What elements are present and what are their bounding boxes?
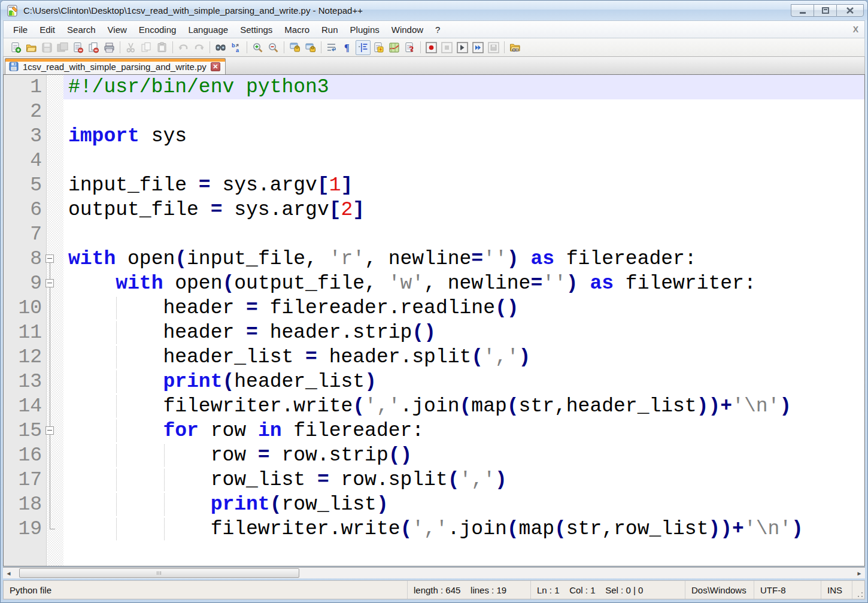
code-line-2[interactable]: 2 <box>4 99 864 124</box>
indent-guide-line <box>116 518 117 540</box>
code-line-3[interactable]: 3import sys <box>4 124 864 149</box>
scrollbar-track[interactable] <box>14 568 854 578</box>
code-area[interactable]: 1#!/usr/bin/env python323import sys45inp… <box>4 75 864 566</box>
code-line-4[interactable]: 4 <box>4 149 864 173</box>
code-line-6[interactable]: 6output_file = sys.argv[2] <box>4 198 864 222</box>
code-line-text: import sys <box>63 124 864 149</box>
line-number: 13 <box>4 371 42 393</box>
menu-item-edit[interactable]: Edit <box>34 22 61 37</box>
titlebar: C:\Users\Clinton\Desktop\1csv_read_with_… <box>1 1 867 20</box>
maximize-button[interactable] <box>814 4 836 17</box>
fold-marker-start[interactable] <box>42 247 63 271</box>
show-all-characters-icon[interactable]: ¶ <box>340 40 355 55</box>
tab-active-file[interactable]: 1csv_read_with_simple_parsing_and_write.… <box>5 58 226 74</box>
close-all-icon[interactable] <box>86 40 101 55</box>
menu-item-macro[interactable]: Macro <box>278 22 315 37</box>
line-number: 4 <box>4 150 42 172</box>
indent-guide-line <box>116 444 117 466</box>
code-line-text <box>63 99 864 124</box>
save-icon <box>40 40 54 55</box>
scroll-left-arrow-icon[interactable]: ◄ <box>3 568 14 578</box>
indent-guide-line <box>164 444 165 466</box>
code-line-8[interactable]: 8with open(input_file, 'r', newline='') … <box>4 247 864 271</box>
toolbar-separator <box>210 41 210 53</box>
menu-item-[interactable]: ? <box>429 22 446 37</box>
code-line-16[interactable]: 16 row = row.strip() <box>4 443 864 468</box>
menu-item-file[interactable]: File <box>7 22 34 37</box>
open-containing-folder-icon[interactable] <box>508 40 523 55</box>
code-line-14[interactable]: 14 filewriter.write(','.join(map(str,hea… <box>4 394 864 419</box>
macro-record-icon[interactable] <box>424 40 439 55</box>
code-line-18[interactable]: 18 print(row_list) <box>4 492 864 517</box>
code-line-7[interactable]: 7 <box>4 222 864 247</box>
tab-close-icon[interactable]: ✕ <box>211 62 220 71</box>
menu-item-language[interactable]: Language <box>182 22 234 37</box>
menubar-close-icon[interactable]: X <box>853 25 858 34</box>
status-insert-mode[interactable]: INS <box>821 581 852 599</box>
code-line-17[interactable]: 17 row_list = row.split(',') <box>4 468 864 492</box>
macro-play-icon[interactable] <box>455 40 470 55</box>
code-line-1[interactable]: 1#!/usr/bin/env python3 <box>4 75 864 99</box>
line-number: 3 <box>4 125 42 147</box>
menu-item-encoding[interactable]: Encoding <box>133 22 183 37</box>
fold-marker-box[interactable] <box>42 271 63 296</box>
indent-guide-line <box>116 297 117 319</box>
close-file-icon[interactable] <box>71 40 86 55</box>
fold-marker-line <box>42 394 63 419</box>
tab-label: 1csv_read_with_simple_parsing_and_write.… <box>23 62 207 72</box>
code-line-5[interactable]: 5input_file = sys.argv[1] <box>4 173 864 198</box>
line-number: 5 <box>4 174 42 196</box>
sync-vertical-icon[interactable] <box>287 40 302 55</box>
new-file-icon[interactable] <box>8 40 23 55</box>
svg-text:¶: ¶ <box>344 43 350 53</box>
code-line-15[interactable]: 15 for row in filereader: <box>4 419 864 443</box>
code-line-10[interactable]: 10 header = filereader.readline() <box>4 296 864 320</box>
indent-guide-line <box>164 518 165 540</box>
scroll-right-arrow-icon[interactable]: ► <box>854 568 865 578</box>
code-line-text: header_list = header.split(',') <box>63 345 864 369</box>
horizontal-scrollbar[interactable]: ◄ ► <box>3 567 865 578</box>
code-line-12[interactable]: 12 header_list = header.split(',') <box>4 345 864 369</box>
indent-guide-line <box>116 346 117 368</box>
editor[interactable]: 1#!/usr/bin/env python323import sys45inp… <box>3 74 865 566</box>
zoom-in-icon[interactable] <box>250 40 265 55</box>
menu-item-window[interactable]: Window <box>386 22 429 37</box>
code-line-19[interactable]: 19 filewriter.write(','.join(map(str,row… <box>4 517 864 541</box>
fold-marker-line <box>42 345 63 369</box>
status-eol-format[interactable]: Dos\Windows <box>685 581 754 599</box>
line-number: 8 <box>4 248 42 270</box>
print-icon[interactable] <box>102 40 117 55</box>
code-line-text: row_list = row.split(',') <box>63 468 864 492</box>
document-list-icon[interactable] <box>402 40 417 55</box>
close-button[interactable] <box>836 4 864 17</box>
menu-item-plugins[interactable]: Plugins <box>344 22 386 37</box>
line-number: 6 <box>4 199 42 221</box>
scrollbar-thumb[interactable] <box>19 568 299 578</box>
code-line-9[interactable]: 9 with open(output_file, 'w', newline=''… <box>4 271 864 296</box>
code-line-text: output_file = sys.argv[2] <box>63 198 864 222</box>
window-title: C:\Users\Clinton\Desktop\1csv_read_with_… <box>23 5 363 16</box>
code-line-11[interactable]: 11 header = header.strip() <box>4 320 864 345</box>
sync-horizontal-icon[interactable] <box>303 40 318 55</box>
minimize-button[interactable] <box>791 4 814 17</box>
indent-guide-icon[interactable] <box>356 40 371 55</box>
find-icon[interactable] <box>213 40 228 55</box>
status-encoding[interactable]: UTF-8 <box>754 581 821 599</box>
indent-guide-line <box>116 322 117 344</box>
word-wrap-icon[interactable] <box>324 40 339 55</box>
zoom-out-icon[interactable] <box>266 40 281 55</box>
menu-item-view[interactable]: View <box>102 22 133 37</box>
document-map-icon[interactable] <box>387 40 402 55</box>
open-file-icon[interactable] <box>24 40 39 55</box>
fold-marker-line <box>42 468 63 492</box>
replace-icon[interactable]: ba <box>229 40 244 55</box>
code-line-text <box>63 222 864 247</box>
macro-run-multiple-icon[interactable] <box>471 40 485 55</box>
fold-marker-box[interactable] <box>42 419 63 443</box>
function-list-icon[interactable] <box>371 40 386 55</box>
menu-item-search[interactable]: Search <box>61 22 102 37</box>
code-line-13[interactable]: 13 print(header_list) <box>4 369 864 394</box>
resize-grip[interactable] <box>852 581 864 599</box>
menu-item-settings[interactable]: Settings <box>234 22 278 37</box>
menu-item-run[interactable]: Run <box>315 22 344 37</box>
